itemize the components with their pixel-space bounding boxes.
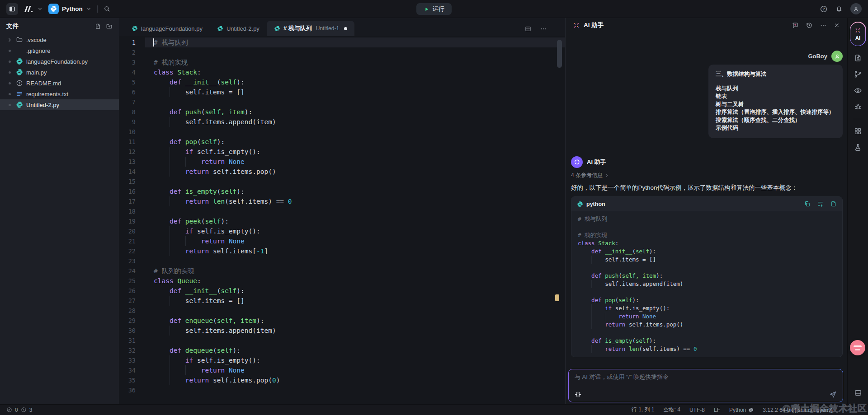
errors-count: 0 bbox=[15, 407, 18, 413]
references-toggle[interactable]: 4 条参考信息 bbox=[571, 172, 843, 179]
open-as-file-icon[interactable] bbox=[830, 201, 837, 207]
search-icon[interactable] bbox=[103, 5, 111, 13]
interpreter[interactable]: 3.12.2 64-bit ( shims : pyenv) bbox=[763, 407, 833, 413]
code-line bbox=[571, 288, 842, 296]
new-file-icon[interactable] bbox=[94, 23, 101, 30]
rail-panel-layout-button[interactable] bbox=[848, 389, 868, 397]
app-logo[interactable] bbox=[24, 5, 43, 13]
language-label: Python bbox=[62, 5, 83, 12]
eol[interactable]: LF bbox=[714, 407, 720, 413]
top-bar: Python 运行 bbox=[0, 0, 868, 18]
code-line: 19 def peek(self): bbox=[119, 216, 565, 226]
ai-name: AI 助手 bbox=[587, 158, 606, 166]
indentation[interactable]: 空格: 4 bbox=[664, 406, 680, 414]
python-icon bbox=[132, 25, 138, 32]
rail-experiments-button[interactable] bbox=[854, 143, 862, 152]
code-line: 16 def is_empty(self): bbox=[119, 187, 565, 196]
file-name: Untitled-2.py bbox=[26, 102, 59, 108]
code-line: 17 return len(self.items) == 0 bbox=[119, 196, 565, 206]
rail-file-search-button[interactable] bbox=[854, 54, 862, 62]
git-branch-icon bbox=[854, 70, 862, 79]
code-line: self.items.append(item) bbox=[571, 280, 842, 288]
problems-indicator[interactable]: 0 3 bbox=[6, 407, 32, 413]
user-message-line: 搜索算法（顺序查找、二分查找） bbox=[716, 117, 835, 125]
cursor-position[interactable]: 行 1, 列 1 bbox=[632, 406, 655, 414]
rail-debug-button[interactable] bbox=[854, 103, 862, 111]
python-icon bbox=[217, 25, 223, 32]
prompt-spark-icon[interactable] bbox=[575, 391, 581, 398]
close-icon[interactable] bbox=[834, 22, 840, 28]
code-line: 25class Queue: bbox=[119, 276, 565, 286]
chevron-right-icon bbox=[604, 173, 609, 178]
new-chat-icon[interactable] bbox=[792, 22, 799, 29]
rail-ai-button[interactable]: AI bbox=[850, 22, 866, 46]
file-name: main.py bbox=[26, 69, 47, 76]
code-editor[interactable]: 1# 栈与队列23# 栈的实现4class Stack:5 def __init… bbox=[119, 36, 565, 404]
copy-icon[interactable] bbox=[804, 201, 811, 207]
code-line: 22 return self.items[-1] bbox=[119, 246, 565, 256]
editor-tab[interactable]: # 栈与队列Untitled-1 bbox=[267, 21, 354, 36]
file-item[interactable]: main.py bbox=[0, 67, 119, 78]
file-item[interactable]: README.md bbox=[0, 78, 119, 89]
play-icon bbox=[424, 6, 429, 12]
code-line: return len(self.items) == 0 bbox=[571, 345, 842, 353]
code-line: 27 self.items = [] bbox=[119, 296, 565, 306]
rail-preview-button[interactable] bbox=[854, 86, 862, 95]
ai-chat-input[interactable] bbox=[575, 373, 837, 380]
code-line: 13 return None bbox=[119, 157, 565, 167]
history-icon[interactable] bbox=[806, 22, 813, 29]
layout-icon bbox=[854, 389, 862, 397]
user-message-line: 排序算法（冒泡排序、插入排序、快速排序等） bbox=[716, 108, 835, 117]
rail-source-control-button[interactable] bbox=[854, 70, 862, 79]
text-cursor bbox=[153, 38, 154, 47]
editor-tab[interactable]: languageFoundation.py bbox=[124, 21, 210, 36]
help-icon[interactable] bbox=[820, 5, 828, 13]
split-editor-icon[interactable] bbox=[524, 25, 532, 33]
editor-tab[interactable]: Untitled-2.py bbox=[210, 21, 267, 36]
more-icon[interactable] bbox=[820, 22, 827, 29]
logo-icon bbox=[24, 5, 34, 13]
rail-extensions-button[interactable] bbox=[854, 127, 862, 135]
code-line: def __init__(self): bbox=[571, 247, 842, 256]
code-line: self.items = [] bbox=[571, 256, 842, 264]
divider bbox=[97, 5, 98, 13]
git-icon bbox=[16, 47, 23, 54]
code-line: 15 bbox=[119, 177, 565, 187]
run-button[interactable]: 运行 bbox=[416, 3, 452, 15]
ai-spark-icon bbox=[573, 22, 580, 29]
language-mode[interactable]: Python bbox=[729, 407, 754, 413]
toggle-sidebar-button[interactable] bbox=[6, 3, 18, 15]
divider bbox=[853, 119, 863, 119]
code-line: # 栈与队列 bbox=[571, 215, 842, 223]
code-line bbox=[571, 329, 842, 337]
file-marker bbox=[6, 82, 13, 84]
encoding[interactable]: UTF-8 bbox=[689, 407, 705, 413]
user-avatar[interactable] bbox=[850, 3, 862, 14]
eye-icon bbox=[854, 86, 862, 95]
code-line: 30 self.items.append(item) bbox=[119, 326, 565, 336]
file-item[interactable]: .gitignore bbox=[0, 45, 119, 56]
chevron-down-icon bbox=[37, 6, 43, 12]
ai-spark-icon bbox=[854, 27, 861, 34]
file-marker bbox=[6, 104, 13, 106]
file-item[interactable]: .vscode bbox=[0, 34, 119, 45]
warnings-icon bbox=[21, 407, 27, 413]
file-item[interactable]: languageFoundation.py bbox=[0, 56, 119, 67]
file-panel-title: 文件 bbox=[6, 22, 19, 30]
new-folder-icon[interactable] bbox=[106, 23, 113, 30]
ai-input-container bbox=[568, 369, 843, 402]
python-badge bbox=[48, 4, 59, 14]
bell-icon[interactable] bbox=[835, 5, 843, 13]
file-item[interactable]: requirements.txt bbox=[0, 89, 119, 99]
send-icon[interactable] bbox=[829, 391, 837, 398]
language-selector[interactable]: Python bbox=[48, 4, 92, 14]
file-tree: .vscode.gitignorelanguageFoundation.pyma… bbox=[0, 34, 119, 110]
file-item[interactable]: Untitled-2.py bbox=[0, 99, 119, 110]
file-name: README.md bbox=[26, 80, 61, 87]
code-line: 14 return self.items.pop() bbox=[119, 167, 565, 177]
code-line: 23 bbox=[119, 256, 565, 266]
floating-assistant-badge[interactable] bbox=[850, 340, 865, 355]
insert-to-editor-icon[interactable] bbox=[817, 201, 824, 207]
editor-scrollbar[interactable] bbox=[557, 40, 562, 68]
more-actions-icon[interactable] bbox=[540, 25, 547, 33]
